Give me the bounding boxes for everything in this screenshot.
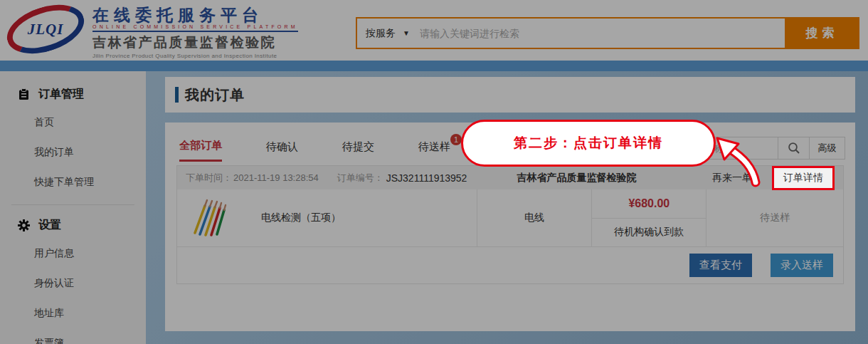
tour-step-bubble: 第二步：点击订单详情	[461, 120, 716, 167]
tour-arrow-icon	[713, 137, 773, 191]
tour-step-text: 第二步：点击订单详情	[514, 134, 663, 152]
order-detail-button[interactable]: 订单详情	[772, 166, 835, 190]
page: JLQI 在线委托服务平台 ONLINE COMMISSION SERVICE …	[0, 0, 868, 344]
